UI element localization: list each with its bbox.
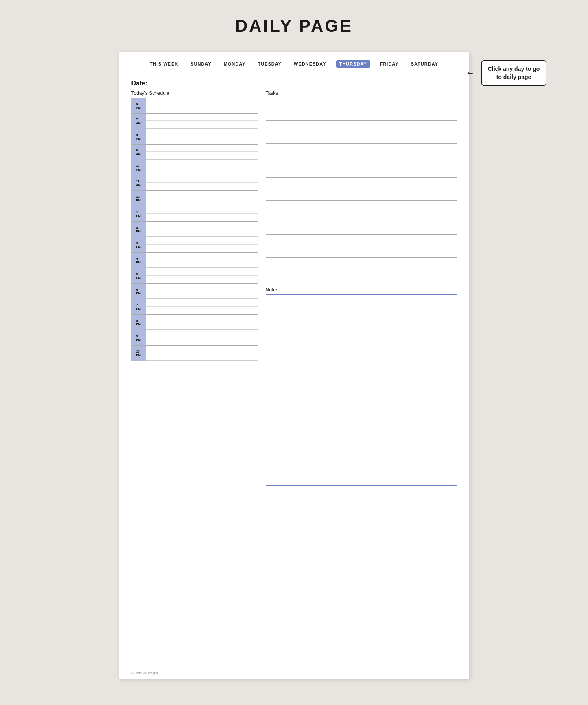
event-area[interactable] bbox=[146, 206, 258, 221]
time-slot-10am: 10AM bbox=[131, 160, 258, 175]
time-label: 6PM bbox=[131, 284, 146, 299]
time-slot-7am: 7AM bbox=[131, 114, 258, 129]
time-label: 6AM bbox=[131, 98, 146, 113]
nav-item-saturday[interactable]: SATURDAY bbox=[409, 60, 441, 68]
task-checkbox[interactable] bbox=[266, 269, 275, 280]
event-area[interactable] bbox=[146, 98, 258, 113]
event-area[interactable] bbox=[146, 129, 258, 144]
event-area[interactable] bbox=[146, 315, 258, 330]
event-area[interactable] bbox=[146, 114, 258, 129]
nav-item-this-week[interactable]: THIS WEEK bbox=[147, 60, 181, 68]
task-row bbox=[266, 235, 457, 246]
nav-item-tuesday[interactable]: TUESDAY bbox=[256, 60, 284, 68]
time-label: 2PM bbox=[131, 222, 146, 237]
time-label: 11AM bbox=[131, 175, 146, 190]
task-checkbox[interactable] bbox=[266, 189, 275, 200]
task-checkbox[interactable] bbox=[266, 121, 275, 132]
half-hour-line bbox=[146, 299, 258, 307]
right-column: Tasks Notes bbox=[266, 90, 457, 486]
task-checkbox[interactable] bbox=[266, 109, 275, 120]
task-checkbox[interactable] bbox=[266, 212, 275, 223]
task-checkbox[interactable] bbox=[266, 144, 275, 155]
half-hour-line bbox=[146, 330, 258, 337]
schedule-column: Today's Schedule 6AM7AM8AM9AM10AM11AM12P… bbox=[131, 90, 258, 486]
planner-page: THIS WEEKSUNDAYMONDAYTUESDAYWEDNESDAYTHU… bbox=[119, 52, 469, 679]
event-area[interactable] bbox=[146, 237, 258, 252]
task-checkbox[interactable] bbox=[266, 223, 275, 234]
event-area[interactable] bbox=[146, 330, 258, 345]
task-checkbox[interactable] bbox=[266, 235, 275, 246]
task-checkbox[interactable] bbox=[266, 258, 275, 269]
task-checkbox[interactable] bbox=[266, 98, 275, 109]
time-label: 7PM bbox=[131, 299, 146, 314]
task-row bbox=[266, 189, 457, 201]
task-row bbox=[266, 201, 457, 212]
task-checkbox[interactable] bbox=[266, 166, 275, 177]
task-row bbox=[266, 258, 457, 269]
nav-item-monday[interactable]: MONDAY bbox=[221, 60, 248, 68]
time-slot-2pm: 2PM bbox=[131, 222, 258, 237]
half-hour-line bbox=[146, 175, 258, 183]
task-row bbox=[266, 166, 457, 178]
task-checkbox[interactable] bbox=[266, 132, 275, 143]
planner-wrapper: THIS WEEKSUNDAYMONDAYTUESDAYWEDNESDAYTHU… bbox=[119, 52, 469, 679]
event-area[interactable] bbox=[146, 268, 258, 283]
schedule-table: 6AM7AM8AM9AM10AM11AM12PM1PM2PM3PM4PM5PM6… bbox=[131, 98, 258, 361]
nav-item-friday[interactable]: FRIDAY bbox=[378, 60, 401, 68]
time-label: 5PM bbox=[131, 268, 146, 283]
half-hour-line bbox=[146, 191, 258, 198]
task-checkbox[interactable] bbox=[266, 178, 275, 189]
time-label: 10PM bbox=[131, 346, 146, 361]
half-hour-line bbox=[146, 268, 258, 276]
nav-item-wednesday[interactable]: WEDNESDAY bbox=[291, 60, 329, 68]
nav-item-sunday[interactable]: SUNDAY bbox=[188, 60, 214, 68]
half-hour-line bbox=[146, 237, 258, 245]
notes-label: Notes bbox=[266, 287, 457, 293]
task-row bbox=[266, 246, 457, 258]
time-slot-5pm: 5PM bbox=[131, 268, 258, 284]
task-row bbox=[266, 269, 457, 280]
tasks-label: Tasks bbox=[266, 90, 457, 96]
task-row bbox=[266, 212, 457, 223]
time-slot-4pm: 4PM bbox=[131, 253, 258, 268]
task-row bbox=[266, 98, 457, 109]
event-area[interactable] bbox=[146, 191, 258, 206]
task-checkbox[interactable] bbox=[266, 201, 275, 212]
time-slot-9pm: 9PM bbox=[131, 330, 258, 346]
nav-item-thursday[interactable]: THURSDAY bbox=[336, 60, 370, 68]
time-slot-1pm: 1PM bbox=[131, 206, 258, 222]
event-area[interactable] bbox=[146, 346, 258, 361]
time-slot-9am: 9AM bbox=[131, 145, 258, 160]
event-area[interactable] bbox=[146, 175, 258, 190]
event-area[interactable] bbox=[146, 222, 258, 237]
date-label: Date: bbox=[131, 80, 457, 87]
time-label: 10AM bbox=[131, 160, 146, 175]
time-label: 12PM bbox=[131, 191, 146, 206]
notes-box[interactable] bbox=[266, 294, 457, 486]
time-label: 3PM bbox=[131, 237, 146, 252]
event-area[interactable] bbox=[146, 284, 258, 299]
time-label: 8AM bbox=[131, 129, 146, 144]
half-hour-line bbox=[146, 129, 258, 136]
time-slot-11am: 11AM bbox=[131, 175, 258, 191]
event-area[interactable] bbox=[146, 160, 258, 175]
time-slot-8am: 8AM bbox=[131, 129, 258, 145]
half-hour-line bbox=[146, 145, 258, 152]
time-slot-6am: 6AM bbox=[131, 98, 258, 114]
time-slot-3pm: 3PM bbox=[131, 237, 258, 253]
time-label: 9PM bbox=[131, 330, 146, 345]
task-checkbox[interactable] bbox=[266, 155, 275, 166]
half-hour-line bbox=[146, 222, 258, 229]
event-area[interactable] bbox=[146, 299, 258, 314]
page-title: DAILY PAGE bbox=[235, 16, 353, 36]
footer-credit: © Jenn W Designs bbox=[131, 671, 158, 675]
event-area[interactable] bbox=[146, 253, 258, 268]
task-row bbox=[266, 178, 457, 189]
task-checkbox[interactable] bbox=[266, 246, 275, 257]
time-slot-10pm: 10PM bbox=[131, 346, 258, 361]
task-row bbox=[266, 144, 457, 155]
event-area[interactable] bbox=[146, 145, 258, 160]
half-hour-line bbox=[146, 346, 258, 353]
arrow-left-icon bbox=[466, 67, 475, 79]
half-hour-line bbox=[146, 206, 258, 214]
